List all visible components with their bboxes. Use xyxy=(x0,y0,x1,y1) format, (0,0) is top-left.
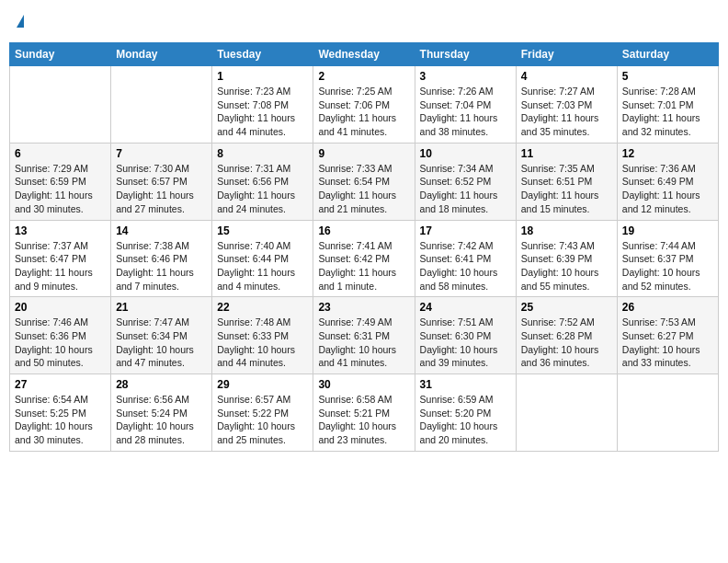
calendar-cell: 17Sunrise: 7:42 AM Sunset: 6:41 PM Dayli… xyxy=(415,220,516,297)
day-info: Sunrise: 7:30 AM Sunset: 6:57 PM Dayligh… xyxy=(116,162,207,216)
day-info: Sunrise: 7:52 AM Sunset: 6:28 PM Dayligh… xyxy=(521,316,612,370)
day-info: Sunrise: 7:41 AM Sunset: 6:42 PM Dayligh… xyxy=(318,239,409,293)
day-info: Sunrise: 7:47 AM Sunset: 6:34 PM Dayligh… xyxy=(116,316,207,370)
day-number: 30 xyxy=(318,378,409,391)
day-number: 11 xyxy=(521,147,612,160)
calendar-cell: 10Sunrise: 7:34 AM Sunset: 6:52 PM Dayli… xyxy=(415,143,516,220)
calendar-cell: 28Sunrise: 6:56 AM Sunset: 5:24 PM Dayli… xyxy=(111,374,212,452)
day-info: Sunrise: 7:42 AM Sunset: 6:41 PM Dayligh… xyxy=(420,239,511,293)
day-info: Sunrise: 7:51 AM Sunset: 6:30 PM Dayligh… xyxy=(420,316,511,370)
day-number: 16 xyxy=(318,224,409,237)
calendar-cell: 12Sunrise: 7:36 AM Sunset: 6:49 PM Dayli… xyxy=(617,143,718,220)
calendar-cell: 5Sunrise: 7:28 AM Sunset: 7:01 PM Daylig… xyxy=(617,66,718,144)
day-number: 12 xyxy=(622,147,713,160)
day-number: 15 xyxy=(217,224,308,237)
weekday-header-sunday: Sunday xyxy=(10,43,111,66)
calendar-table: SundayMondayTuesdayWednesdayThursdayFrid… xyxy=(9,42,719,452)
calendar-cell: 26Sunrise: 7:53 AM Sunset: 6:27 PM Dayli… xyxy=(617,297,718,374)
day-number: 14 xyxy=(116,224,207,237)
calendar-cell: 1Sunrise: 7:23 AM Sunset: 7:08 PM Daylig… xyxy=(212,66,313,144)
day-info: Sunrise: 7:25 AM Sunset: 7:06 PM Dayligh… xyxy=(318,85,409,139)
calendar-cell: 2Sunrise: 7:25 AM Sunset: 7:06 PM Daylig… xyxy=(313,66,415,144)
day-info: Sunrise: 7:26 AM Sunset: 7:04 PM Dayligh… xyxy=(420,85,511,139)
day-number: 28 xyxy=(116,378,207,391)
day-info: Sunrise: 7:33 AM Sunset: 6:54 PM Dayligh… xyxy=(318,162,409,216)
day-info: Sunrise: 7:44 AM Sunset: 6:37 PM Dayligh… xyxy=(622,239,713,293)
day-number: 1 xyxy=(217,70,308,83)
calendar-cell: 22Sunrise: 7:48 AM Sunset: 6:33 PM Dayli… xyxy=(212,297,313,374)
calendar-cell: 19Sunrise: 7:44 AM Sunset: 6:37 PM Dayli… xyxy=(617,220,718,297)
day-info: Sunrise: 6:59 AM Sunset: 5:20 PM Dayligh… xyxy=(420,393,511,447)
calendar-cell xyxy=(617,374,718,452)
day-info: Sunrise: 7:28 AM Sunset: 7:01 PM Dayligh… xyxy=(622,85,713,139)
day-number: 21 xyxy=(116,301,207,314)
day-info: Sunrise: 6:54 AM Sunset: 5:25 PM Dayligh… xyxy=(15,393,106,447)
day-number: 7 xyxy=(116,147,207,160)
day-info: Sunrise: 6:56 AM Sunset: 5:24 PM Dayligh… xyxy=(116,393,207,447)
day-number: 5 xyxy=(622,70,713,83)
calendar-cell xyxy=(10,66,111,144)
page-header xyxy=(9,9,719,35)
day-info: Sunrise: 7:53 AM Sunset: 6:27 PM Dayligh… xyxy=(622,316,713,370)
day-number: 22 xyxy=(217,301,308,314)
day-number: 4 xyxy=(521,70,612,83)
day-info: Sunrise: 7:27 AM Sunset: 7:03 PM Dayligh… xyxy=(521,85,612,139)
day-info: Sunrise: 7:38 AM Sunset: 6:46 PM Dayligh… xyxy=(116,239,207,293)
day-number: 9 xyxy=(318,147,409,160)
calendar-cell: 27Sunrise: 6:54 AM Sunset: 5:25 PM Dayli… xyxy=(10,374,111,452)
calendar-cell: 23Sunrise: 7:49 AM Sunset: 6:31 PM Dayli… xyxy=(313,297,415,374)
weekday-header-thursday: Thursday xyxy=(415,43,516,66)
day-number: 29 xyxy=(217,378,308,391)
day-number: 19 xyxy=(622,224,713,237)
calendar-cell xyxy=(516,374,617,452)
day-number: 18 xyxy=(521,224,612,237)
calendar-cell: 31Sunrise: 6:59 AM Sunset: 5:20 PM Dayli… xyxy=(415,374,516,452)
weekday-header-tuesday: Tuesday xyxy=(212,43,313,66)
weekday-header-friday: Friday xyxy=(516,43,617,66)
calendar-cell: 13Sunrise: 7:37 AM Sunset: 6:47 PM Dayli… xyxy=(10,220,111,297)
logo xyxy=(13,15,24,29)
day-info: Sunrise: 7:48 AM Sunset: 6:33 PM Dayligh… xyxy=(217,316,308,370)
day-info: Sunrise: 7:35 AM Sunset: 6:51 PM Dayligh… xyxy=(521,162,612,216)
day-number: 20 xyxy=(15,301,106,314)
day-info: Sunrise: 7:31 AM Sunset: 6:56 PM Dayligh… xyxy=(217,162,308,216)
day-info: Sunrise: 6:58 AM Sunset: 5:21 PM Dayligh… xyxy=(318,393,409,447)
calendar-cell: 20Sunrise: 7:46 AM Sunset: 6:36 PM Dayli… xyxy=(10,297,111,374)
calendar-cell: 4Sunrise: 7:27 AM Sunset: 7:03 PM Daylig… xyxy=(516,66,617,144)
calendar-cell: 11Sunrise: 7:35 AM Sunset: 6:51 PM Dayli… xyxy=(516,143,617,220)
calendar-cell: 3Sunrise: 7:26 AM Sunset: 7:04 PM Daylig… xyxy=(415,66,516,144)
calendar-cell: 25Sunrise: 7:52 AM Sunset: 6:28 PM Dayli… xyxy=(516,297,617,374)
day-info: Sunrise: 7:46 AM Sunset: 6:36 PM Dayligh… xyxy=(15,316,106,370)
day-number: 27 xyxy=(15,378,106,391)
day-number: 23 xyxy=(318,301,409,314)
day-info: Sunrise: 7:40 AM Sunset: 6:44 PM Dayligh… xyxy=(217,239,308,293)
calendar-cell: 6Sunrise: 7:29 AM Sunset: 6:59 PM Daylig… xyxy=(10,143,111,220)
calendar-cell xyxy=(111,66,212,144)
day-number: 17 xyxy=(420,224,511,237)
day-number: 24 xyxy=(420,301,511,314)
day-number: 3 xyxy=(420,70,511,83)
day-number: 25 xyxy=(521,301,612,314)
day-info: Sunrise: 7:37 AM Sunset: 6:47 PM Dayligh… xyxy=(15,239,106,293)
weekday-header-monday: Monday xyxy=(111,43,212,66)
day-number: 2 xyxy=(318,70,409,83)
calendar-cell: 8Sunrise: 7:31 AM Sunset: 6:56 PM Daylig… xyxy=(212,143,313,220)
day-info: Sunrise: 7:34 AM Sunset: 6:52 PM Dayligh… xyxy=(420,162,511,216)
day-number: 8 xyxy=(217,147,308,160)
day-number: 10 xyxy=(420,147,511,160)
day-number: 6 xyxy=(15,147,106,160)
calendar-cell: 18Sunrise: 7:43 AM Sunset: 6:39 PM Dayli… xyxy=(516,220,617,297)
logo-triangle-icon xyxy=(17,15,24,28)
calendar-cell: 21Sunrise: 7:47 AM Sunset: 6:34 PM Dayli… xyxy=(111,297,212,374)
calendar-cell: 9Sunrise: 7:33 AM Sunset: 6:54 PM Daylig… xyxy=(313,143,415,220)
day-info: Sunrise: 7:36 AM Sunset: 6:49 PM Dayligh… xyxy=(622,162,713,216)
calendar-cell: 24Sunrise: 7:51 AM Sunset: 6:30 PM Dayli… xyxy=(415,297,516,374)
weekday-header-saturday: Saturday xyxy=(617,43,718,66)
calendar-cell: 14Sunrise: 7:38 AM Sunset: 6:46 PM Dayli… xyxy=(111,220,212,297)
day-number: 31 xyxy=(420,378,511,391)
weekday-header-wednesday: Wednesday xyxy=(313,43,415,66)
calendar-cell: 29Sunrise: 6:57 AM Sunset: 5:22 PM Dayli… xyxy=(212,374,313,452)
calendar-cell: 15Sunrise: 7:40 AM Sunset: 6:44 PM Dayli… xyxy=(212,220,313,297)
day-info: Sunrise: 7:49 AM Sunset: 6:31 PM Dayligh… xyxy=(318,316,409,370)
day-info: Sunrise: 7:23 AM Sunset: 7:08 PM Dayligh… xyxy=(217,85,308,139)
